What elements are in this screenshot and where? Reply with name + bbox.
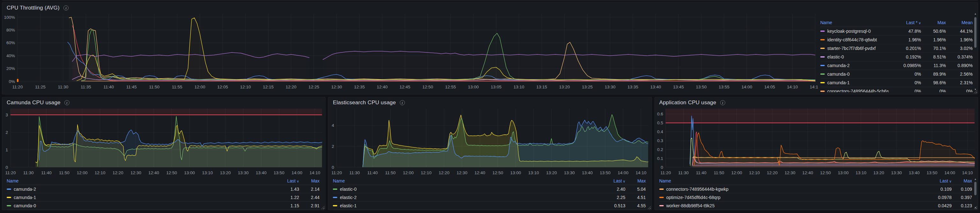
scroll-up-icon[interactable]: ▲ bbox=[974, 178, 977, 181]
info-icon[interactable]: i bbox=[64, 5, 68, 11]
series-label[interactable]: worker-88db98f54-t9k25 bbox=[659, 203, 923, 208]
svg-text:13:40: 13:40 bbox=[908, 170, 920, 175]
legend-row[interactable]: connectors-748956444b-5cb6s0%0%0% bbox=[820, 87, 973, 92]
legend-row[interactable]: optimize-7d45df6d4c-68qrp0.09780.397 bbox=[659, 193, 972, 202]
series-label[interactable]: keycloak-postgresql-0 bbox=[820, 28, 891, 34]
legend-column-header[interactable]: Name bbox=[333, 178, 597, 183]
series-color-swatch-icon bbox=[333, 197, 337, 198]
legend-scrollbar[interactable]: ▲ ▼ bbox=[974, 178, 977, 209]
svg-text:0%: 0% bbox=[9, 79, 15, 84]
panel-application-cpu: Application CPU usage i 00.10.20.30.40.5… bbox=[654, 97, 978, 210]
chart-area[interactable]: 0%20%40%60%80%100%11:2011:2511:3011:3511… bbox=[2, 11, 818, 92]
svg-text:11:55: 11:55 bbox=[172, 85, 182, 89]
series-value: 1.96% bbox=[946, 37, 973, 42]
legend-row[interactable]: elastic-02.405.04 bbox=[333, 185, 646, 193]
series-label[interactable]: connectors-748956444b-5cb6s bbox=[820, 89, 891, 92]
series-name: elastic-0 bbox=[827, 54, 844, 60]
legend-row[interactable]: camunda-11.222.44 bbox=[7, 193, 320, 202]
legend-row[interactable]: camunda-20.0985%11.3%0.890% bbox=[820, 62, 973, 70]
legend-row[interactable]: elastic-00.192%8.51%0.374% bbox=[820, 53, 973, 62]
legend-row[interactable]: camunda-21.432.14 bbox=[7, 185, 320, 193]
time-series-canvas[interactable]: 0%20%40%60%80%100%11:2011:2511:3011:3511… bbox=[2, 11, 818, 92]
svg-text:12:55: 12:55 bbox=[445, 85, 456, 89]
svg-text:12:50: 12:50 bbox=[422, 85, 433, 89]
legend-column-header[interactable]: Max bbox=[625, 178, 646, 183]
series-label[interactable]: camunda-0 bbox=[7, 203, 270, 208]
svg-text:14:00: 14:00 bbox=[291, 170, 302, 175]
series-label[interactable]: camunda-0 bbox=[820, 71, 891, 77]
series-label[interactable]: elastic-0 bbox=[333, 187, 597, 192]
series-label[interactable]: elastic-2 bbox=[333, 195, 597, 200]
chart-area[interactable]: 012311:2011:3011:4011:5012:0012:1012:201… bbox=[2, 106, 325, 177]
legend-column-header[interactable]: Last∨ bbox=[270, 178, 299, 183]
series-label[interactable]: camunda-1 bbox=[820, 80, 891, 85]
svg-text:11:30: 11:30 bbox=[23, 170, 34, 175]
series-label[interactable]: camunda-2 bbox=[7, 187, 270, 192]
panel-title[interactable]: Camunda CPU usage bbox=[7, 99, 60, 106]
svg-text:13:50: 13:50 bbox=[696, 85, 707, 89]
chart-area[interactable]: 02411:2011:3011:4011:5012:0012:1012:2012… bbox=[328, 106, 651, 177]
svg-text:13:30: 13:30 bbox=[891, 170, 902, 175]
svg-text:14:15: 14:15 bbox=[810, 85, 818, 89]
scrollbar-thumb[interactable] bbox=[974, 182, 977, 195]
panel-title[interactable]: CPU Throttling (AVG) bbox=[7, 5, 60, 11]
legend-column-header[interactable]: Max bbox=[921, 20, 946, 25]
panel-title[interactable]: Elasticsearch CPU usage bbox=[333, 99, 396, 106]
info-icon[interactable]: i bbox=[720, 100, 725, 105]
legend-row[interactable]: identity-c8f644c78-q6wbt1.96%1.96%1.96% bbox=[820, 36, 973, 44]
svg-text:20%: 20% bbox=[6, 66, 15, 71]
sort-caret-icon: ∨ bbox=[949, 179, 951, 183]
info-icon[interactable]: i bbox=[64, 100, 70, 105]
time-series-canvas[interactable]: 02411:2011:3011:4011:5012:0012:1012:2012… bbox=[328, 106, 651, 177]
time-series-canvas[interactable]: 012311:2011:3011:4011:5012:0012:1012:201… bbox=[2, 106, 325, 177]
legend-row[interactable]: keycloak-postgresql-047.8%50.6%44.1% bbox=[820, 27, 973, 36]
legend-column-header[interactable]: Name bbox=[7, 178, 270, 183]
series-label[interactable]: identity-c8f644c78-q6wbt bbox=[820, 37, 891, 42]
series-label[interactable]: optimize-7d45df6d4c-68qrp bbox=[659, 195, 923, 200]
legend-table: NameLast∨Maxcamunda-21.432.14camunda-11.… bbox=[2, 177, 325, 210]
legend-column-header[interactable]: Last *∨ bbox=[891, 20, 921, 25]
legend-scrollbar[interactable]: ▲ ▼ bbox=[974, 13, 977, 91]
legend-row[interactable]: camunda-00%89.9%2.56% bbox=[820, 70, 973, 79]
series-name: elastic-0 bbox=[340, 187, 356, 192]
series-name: starter-7bc7f7db6f-pvdxf bbox=[827, 46, 876, 51]
legend-row[interactable]: connectors-748956444b-kgwkp0.1090.109 bbox=[659, 185, 972, 193]
panel-title[interactable]: Application CPU usage bbox=[659, 99, 716, 106]
series-label[interactable]: starter-7bc7f7db6f-pvdxf bbox=[820, 46, 891, 51]
legend-column-header[interactable]: Last∨ bbox=[597, 178, 625, 183]
svg-text:11:20: 11:20 bbox=[13, 85, 23, 89]
legend-row[interactable]: starter-7bc7f7db6f-pvdxf0.201%70.1%3.02% bbox=[820, 44, 973, 53]
legend-column-header[interactable]: Max bbox=[299, 178, 320, 183]
legend-column-header[interactable]: Name bbox=[820, 20, 891, 25]
series-value: 4.51 bbox=[625, 195, 646, 200]
legend-row[interactable]: camunda-01.152.91 bbox=[7, 202, 320, 210]
legend-row[interactable]: camunda-10%98.6%2.31% bbox=[820, 79, 973, 87]
legend-column-header[interactable]: Last∨ bbox=[923, 178, 951, 183]
legend-row[interactable]: elastic-10.5134.55 bbox=[333, 202, 646, 210]
series-label[interactable]: connectors-748956444b-kgwkp bbox=[659, 187, 923, 192]
series-label[interactable]: elastic-0 bbox=[820, 54, 891, 60]
scroll-up-icon[interactable]: ▲ bbox=[974, 13, 977, 15]
series-value: 2.40 bbox=[597, 187, 625, 192]
legend-column-header[interactable]: Name bbox=[659, 178, 923, 183]
svg-text:12:50: 12:50 bbox=[820, 170, 831, 175]
svg-text:13:05: 13:05 bbox=[491, 85, 501, 89]
series-label[interactable]: camunda-2 bbox=[820, 63, 891, 68]
legend-column-header[interactable]: Max bbox=[951, 178, 972, 183]
scroll-down-icon[interactable]: ▼ bbox=[974, 88, 977, 91]
legend-column-header[interactable]: Mean bbox=[946, 20, 973, 25]
svg-text:12:25: 12:25 bbox=[308, 85, 319, 89]
scrollbar-thumb[interactable] bbox=[974, 17, 977, 48]
time-series-canvas[interactable]: 00.10.20.30.40.50.611:2011:3011:4011:501… bbox=[655, 106, 978, 177]
series-label[interactable]: elastic-1 bbox=[333, 203, 597, 208]
svg-text:2: 2 bbox=[332, 144, 334, 149]
series-value: 0.123 bbox=[951, 203, 972, 208]
chart-area[interactable]: 00.10.20.30.40.50.611:2011:3011:4011:501… bbox=[655, 106, 978, 177]
legend-row[interactable]: worker-88db98f54-t9k250.04290.123 bbox=[659, 202, 972, 210]
series-name: identity-c8f644c78-q6wbt bbox=[827, 37, 877, 42]
series-label[interactable]: camunda-1 bbox=[7, 195, 270, 200]
info-icon[interactable]: i bbox=[400, 100, 405, 105]
legend-row[interactable]: elastic-22.254.51 bbox=[333, 193, 646, 202]
series-color-swatch-icon bbox=[333, 189, 337, 190]
series-name: connectors-748956444b-kgwkp bbox=[666, 187, 729, 192]
